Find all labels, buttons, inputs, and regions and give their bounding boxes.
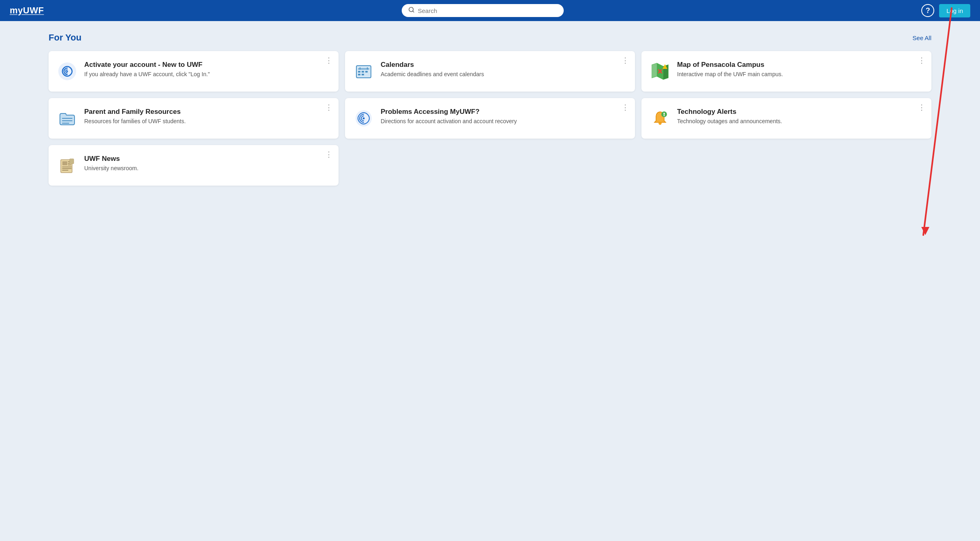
- card-menu-map[interactable]: ⋮: [918, 57, 926, 64]
- svg-rect-27: [664, 113, 665, 115]
- svg-point-3: [66, 71, 68, 72]
- map-desc: Interactive map of the UWF main campus.: [677, 71, 783, 79]
- logo[interactable]: myUWF: [10, 5, 44, 16]
- card-map[interactable]: ⋮ Map of Pensacola Campus Interactive ma…: [641, 51, 931, 92]
- card-menu-calendars[interactable]: ⋮: [622, 57, 629, 64]
- cards-grid: ⋮ Activate your account - New to UWF If …: [49, 51, 931, 186]
- card-menu-activate[interactable]: ⋮: [325, 57, 333, 64]
- uwf-news-desc: University newsroom.: [84, 165, 138, 173]
- card-menu-tech[interactable]: ⋮: [918, 104, 926, 111]
- calendars-title: Calendars: [381, 61, 484, 69]
- calendars-text: Calendars Academic deadlines and event c…: [381, 61, 484, 79]
- parent-family-desc: Resources for families of UWF students.: [84, 118, 186, 126]
- search-input[interactable]: [418, 7, 557, 14]
- svg-rect-12: [360, 67, 360, 70]
- card-activate-account[interactable]: ⋮ Activate your account - New to UWF If …: [49, 51, 339, 92]
- svg-rect-9: [365, 71, 368, 73]
- tech-alerts-icon: [650, 108, 671, 129]
- card-uwf-news[interactable]: ⋮ UWF News: [49, 145, 339, 186]
- parent-family-title: Parent and Family Resources: [84, 108, 186, 116]
- activate-title: Activate your account - New to UWF: [84, 61, 210, 69]
- activate-text: Activate your account - New to UWF If yo…: [84, 61, 210, 79]
- header-actions: ? Log in: [921, 4, 970, 17]
- svg-rect-31: [62, 161, 67, 165]
- problems-desc: Directions for account activation and ac…: [381, 118, 517, 126]
- search-bar: [402, 4, 564, 17]
- svg-rect-10: [358, 74, 360, 75]
- login-button[interactable]: Log in: [939, 4, 970, 17]
- card-problems[interactable]: ⋮ Problems Accessing MyUWF? Directions f…: [345, 98, 635, 139]
- tech-alerts-title: Technology Alerts: [677, 108, 782, 116]
- problems-title: Problems Accessing MyUWF?: [381, 108, 517, 116]
- search-icon: [408, 6, 415, 15]
- calendars-icon: [353, 61, 374, 82]
- map-text: Map of Pensacola Campus Interactive map …: [677, 61, 783, 79]
- svg-point-28: [664, 115, 665, 116]
- calendars-desc: Academic deadlines and event calendars: [381, 71, 484, 79]
- parent-family-text: Parent and Family Resources Resources fo…: [84, 108, 186, 126]
- tech-alerts-desc: Technology outages and announcements.: [677, 118, 782, 126]
- svg-marker-15: [652, 63, 657, 78]
- main-content: For You See All ⋮ Activate your account …: [0, 21, 980, 197]
- section-header: For You See All: [49, 32, 931, 43]
- card-menu-problems[interactable]: ⋮: [622, 104, 629, 111]
- activate-desc: If you already have a UWF account, click…: [84, 71, 210, 79]
- search-container: [44, 4, 921, 17]
- section-title: For You: [49, 32, 81, 43]
- uwf-news-text: UWF News University newsroom.: [84, 155, 138, 173]
- parent-family-icon: [57, 108, 78, 129]
- svg-rect-8: [362, 71, 364, 73]
- svg-line-1: [413, 11, 414, 12]
- help-button[interactable]: ?: [921, 4, 934, 17]
- see-all-link[interactable]: See All: [912, 34, 931, 41]
- svg-marker-40: [921, 227, 929, 235]
- map-title: Map of Pensacola Campus: [677, 61, 783, 69]
- map-icon: [650, 61, 671, 82]
- card-calendars[interactable]: ⋮ Calendars Academic dea: [345, 51, 635, 92]
- svg-rect-38: [70, 159, 74, 164]
- svg-rect-11: [362, 74, 364, 75]
- svg-rect-7: [358, 71, 360, 73]
- card-parent-family[interactable]: ⋮ Parent and Family Resources Resources …: [49, 98, 339, 139]
- problems-text: Problems Accessing MyUWF? Directions for…: [381, 108, 517, 126]
- svg-point-25: [363, 118, 365, 120]
- uwf-news-title: UWF News: [84, 155, 138, 163]
- uwf-news-icon: [57, 155, 78, 176]
- tech-alerts-text: Technology Alerts Technology outages and…: [677, 108, 782, 126]
- card-menu-news[interactable]: ⋮: [325, 151, 333, 158]
- activate-icon: [57, 61, 78, 82]
- svg-rect-13: [367, 67, 368, 70]
- card-tech-alerts[interactable]: ⋮ Technology Alerts Technology outages a…: [641, 98, 931, 139]
- problems-icon: [353, 108, 374, 129]
- card-menu-parent[interactable]: ⋮: [325, 104, 333, 111]
- header: myUWF ? Log in: [0, 0, 980, 21]
